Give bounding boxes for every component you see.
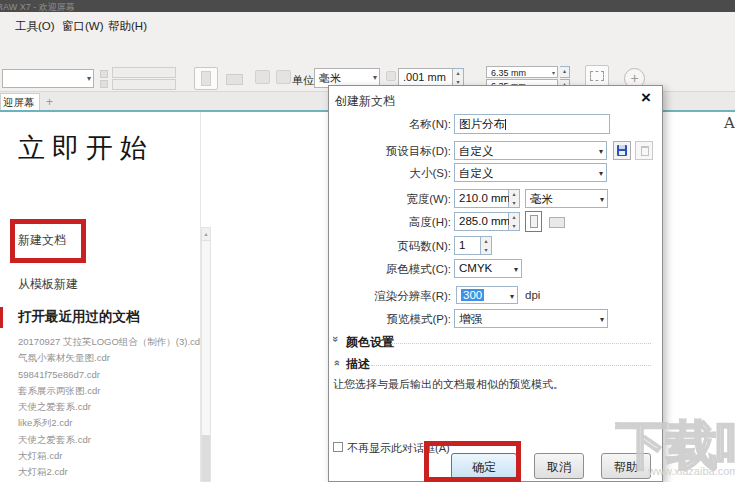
preset-label: 预设目标(D): bbox=[329, 144, 451, 159]
recent-file-item[interactable]: 59841f75e86d7.cdr bbox=[18, 369, 203, 385]
menu-window[interactable]: 窗口(W) bbox=[62, 19, 104, 34]
floppy-disk-icon bbox=[617, 145, 627, 156]
all-pages-icon[interactable] bbox=[255, 70, 270, 84]
chevron-down-icon: ▾ bbox=[373, 73, 377, 82]
page-width-icon bbox=[100, 70, 108, 78]
recent-file-item[interactable]: like系列2.cdr bbox=[18, 417, 203, 433]
duplicate-x-stepper[interactable]: ▴ bbox=[560, 66, 570, 78]
width-label: 宽度(W): bbox=[329, 192, 451, 207]
pages-stepper[interactable]: ▴▾ bbox=[481, 236, 492, 255]
landscape-button[interactable] bbox=[549, 217, 565, 228]
new-tab-icon[interactable]: + bbox=[46, 95, 53, 109]
nudge-offset-value: .001 mm bbox=[403, 71, 446, 83]
duplicate-distance-x-input[interactable]: 6.35 mm ▾ bbox=[486, 66, 558, 78]
recent-file-item[interactable]: 套系展示两张图.cdr bbox=[18, 385, 203, 401]
marquee-icon bbox=[590, 71, 604, 81]
page-width-input[interactable] bbox=[112, 67, 176, 78]
landscape-orientation-button[interactable] bbox=[226, 74, 243, 85]
title-bar: DRAW X7 - 欢迎屏幕 bbox=[0, 0, 735, 12]
pages-input[interactable]: 1 bbox=[454, 236, 481, 255]
trash-icon bbox=[641, 146, 649, 156]
color-mode-label: 原色模式(C): bbox=[329, 262, 451, 277]
pages-label: 页码数(N): bbox=[329, 239, 451, 254]
tab-welcome-screen[interactable]: 迎屏幕 bbox=[0, 93, 40, 110]
units-value: 毫米 bbox=[319, 71, 341, 86]
name-label: 名称(N): bbox=[329, 117, 451, 132]
app-window: DRAW X7 - 欢迎屏幕 工具(O) 窗口(W) 帮助(H) ✂ ↶ ▾ ↷… bbox=[0, 0, 735, 482]
chevron-down-icon: ▾ bbox=[599, 147, 603, 156]
height-stepper[interactable]: ▴▾ bbox=[509, 212, 520, 231]
description-section[interactable]: 描述 bbox=[346, 356, 370, 373]
color-mode-combo[interactable]: CMYK ▾ bbox=[454, 259, 522, 278]
cancel-button[interactable]: 取消 bbox=[534, 453, 584, 479]
delete-preset-button[interactable] bbox=[635, 141, 653, 160]
width-input[interactable]: 210.0 mm bbox=[454, 189, 509, 208]
dont-show-again-checkbox[interactable] bbox=[333, 442, 343, 452]
size-combo[interactable]: 自定义 ▾ bbox=[454, 163, 607, 182]
chevron-down-icon: ▾ bbox=[87, 74, 91, 83]
partial-background-letter: A bbox=[724, 114, 735, 132]
portrait-orientation-button[interactable] bbox=[194, 67, 218, 90]
recent-file-item[interactable]: 大灯箱.cdr bbox=[18, 450, 203, 466]
recent-documents-heading: 打开最近用过的文档 bbox=[18, 308, 140, 326]
annotation-box-ok-button bbox=[424, 441, 521, 482]
description-text: 让您选择与最后输出的文档最相似的预览模式。 bbox=[333, 377, 564, 392]
standard-toolbar: ✂ ↶ ▾ ↷ ▾ 100% ▾ » bbox=[0, 38, 735, 65]
size-label: 大小(S): bbox=[329, 166, 451, 181]
width-unit-combo[interactable]: 毫米 ▾ bbox=[525, 189, 608, 208]
menu-tools[interactable]: 工具(O) bbox=[15, 19, 55, 34]
resolution-unit-label: dpi bbox=[525, 289, 540, 301]
menu-bar: 工具(O) 窗口(W) 帮助(H) bbox=[0, 12, 735, 38]
nudge-offset-icon bbox=[386, 71, 396, 81]
chevron-down-icon: ▾ bbox=[510, 292, 514, 301]
recent-list-scrollbar[interactable]: ▴ bbox=[201, 227, 211, 482]
height-input[interactable]: 285.0 mm bbox=[454, 212, 509, 231]
from-template-link[interactable]: 从模板新建 bbox=[18, 276, 78, 293]
scrollbar-thumb[interactable] bbox=[202, 435, 210, 481]
welcome-heading: 立即开始 bbox=[18, 130, 154, 166]
chevron-down-icon: ▾ bbox=[514, 265, 518, 274]
watermark-url: www.xiazaiba.com bbox=[648, 465, 735, 477]
duplicate-x-value: 6.35 mm bbox=[491, 68, 526, 78]
recent-documents-list: 20170927 艾拉芙LOGO组合（制作）(3).cdr气氛小素材矢量图.cd… bbox=[18, 336, 203, 482]
chevron-down-icon: ▾ bbox=[600, 195, 604, 204]
preview-mode-combo[interactable]: 增强 ▾ bbox=[454, 309, 608, 328]
recent-file-item[interactable]: 天使之爱套系.cdr bbox=[18, 434, 203, 450]
recent-file-item[interactable]: 气氛小素材矢量图.cdr bbox=[18, 352, 203, 368]
dialog-title: 创建新文档 bbox=[335, 93, 395, 110]
scrollbar-up-icon[interactable]: ▴ bbox=[202, 228, 210, 241]
tab-welcome-label: 迎屏幕 bbox=[3, 96, 35, 108]
page-height-input[interactable] bbox=[112, 79, 176, 90]
annotation-box-new-document bbox=[10, 219, 86, 263]
portrait-button[interactable] bbox=[525, 211, 542, 232]
save-preset-button[interactable] bbox=[613, 141, 631, 160]
resolution-combo[interactable]: 300 ▾ bbox=[456, 286, 518, 304]
chevron-down-icon: ▾ bbox=[599, 169, 603, 178]
annotation-mark-left-edge bbox=[0, 307, 3, 328]
page-height-icon bbox=[100, 80, 108, 88]
recent-file-item[interactable]: 天使之爱套系.cdr bbox=[18, 401, 203, 417]
selected-text: 300 bbox=[461, 289, 484, 301]
preset-combo[interactable]: 自定义 ▾ bbox=[454, 141, 607, 160]
close-icon[interactable]: × bbox=[641, 88, 651, 108]
chevron-down-icon: ▾ bbox=[600, 315, 604, 324]
color-settings-section[interactable]: 颜色设置 bbox=[346, 334, 394, 351]
preview-mode-label: 预览模式(P): bbox=[329, 312, 451, 327]
portrait-page-icon bbox=[201, 71, 211, 86]
create-new-document-dialog: 创建新文档 × 名称(N): 图片分布 预设目标(D): 自定义 ▾ 大小(S)… bbox=[328, 85, 663, 482]
chevron-double-up-icon: » bbox=[330, 360, 342, 366]
chevron-double-down-icon: » bbox=[330, 336, 342, 342]
height-label: 高度(H): bbox=[329, 215, 451, 230]
recent-file-item[interactable]: 20170927 艾拉芙LOGO组合（制作）(3).cdr bbox=[18, 336, 203, 352]
section-divider bbox=[391, 343, 651, 344]
recent-file-item[interactable]: 大灯箱2.cdr bbox=[18, 466, 203, 482]
width-stepper[interactable]: ▴▾ bbox=[509, 189, 520, 208]
section-divider bbox=[371, 365, 651, 366]
menu-help[interactable]: 帮助(H) bbox=[108, 19, 147, 34]
current-page-icon[interactable] bbox=[276, 70, 291, 84]
text-cursor bbox=[505, 119, 506, 130]
paper-type-combo[interactable]: ▾ bbox=[2, 69, 94, 88]
resolution-label: 渲染分辨率(R): bbox=[329, 289, 451, 304]
name-input[interactable]: 图片分布 bbox=[454, 114, 610, 134]
portrait-page-icon bbox=[530, 215, 538, 228]
